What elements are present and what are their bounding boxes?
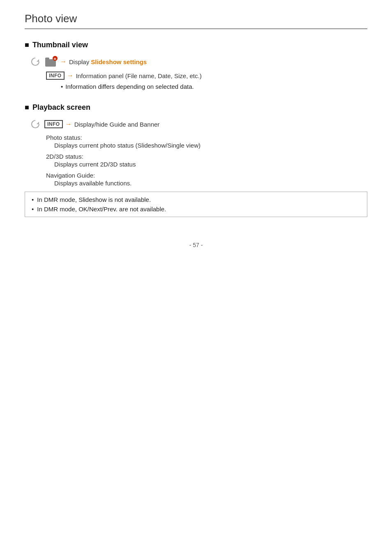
thumbnail-row1: R → Display Slideshow settings bbox=[29, 55, 367, 68]
svg-marker-5 bbox=[37, 122, 39, 124]
info-badge-2: INFO bbox=[44, 120, 63, 128]
info-panel-text: Information panel (File name, Date, Size… bbox=[76, 72, 202, 79]
svg-text:R: R bbox=[54, 57, 56, 61]
notice-bullet-1: • bbox=[32, 196, 34, 203]
notice-bullet-2: • bbox=[32, 206, 34, 213]
playback-row1: INFO → Display/hide Guide and Banner bbox=[29, 118, 367, 131]
notice-text-2: In DMR mode, OK/Next/Prev. are not avail… bbox=[37, 206, 166, 213]
page-number: - 57 - bbox=[25, 242, 367, 248]
bullet-dot-1: Information differs depending on selecte… bbox=[65, 83, 194, 90]
photo-status-label: Photo status: bbox=[46, 134, 367, 141]
notice-item-2: • In DMR mode, OK/Next/Prev. are not ava… bbox=[32, 206, 360, 213]
notice-item-1: • In DMR mode, Slideshow is not availabl… bbox=[32, 196, 360, 203]
thumbnail-bullet-item1: Information differs depending on selecte… bbox=[61, 83, 367, 90]
playback-section: Playback screen INFO → Display/hide Guid… bbox=[25, 103, 367, 217]
2d3d-status-label: 2D/3D status: bbox=[46, 153, 367, 160]
thumbnail-bullet1: Information differs depending on selecte… bbox=[61, 83, 367, 90]
playback-heading: Playback screen bbox=[25, 103, 367, 112]
nav-guide-value: Displays available functions. bbox=[54, 180, 367, 187]
notice-box: • In DMR mode, Slideshow is not availabl… bbox=[25, 192, 367, 217]
2d3d-status-value: Displays current 2D/3D status bbox=[54, 161, 367, 168]
thumbnail-section: Thumbnail view R → Display Slideshow bbox=[25, 41, 367, 90]
svg-rect-2 bbox=[45, 58, 49, 60]
camera-rotate-icon bbox=[29, 55, 42, 68]
notice-text-1: In DMR mode, Slideshow is not available. bbox=[37, 196, 151, 203]
info-badge-1: INFO bbox=[46, 72, 65, 80]
arrow-icon-2: → bbox=[67, 72, 74, 79]
thumbnail-heading: Thumbnail view bbox=[25, 41, 367, 49]
arrow-icon-1: → bbox=[60, 58, 67, 65]
folder-red-badge-icon: R bbox=[44, 55, 58, 68]
status-block: Photo status: Displays current photo sta… bbox=[46, 134, 367, 187]
arrow-icon-3: → bbox=[65, 120, 72, 128]
nav-guide-label: Navigation Guide: bbox=[46, 172, 367, 179]
page-title: Photo view bbox=[25, 12, 367, 29]
thumbnail-row2: INFO → Information panel (File name, Dat… bbox=[46, 72, 367, 80]
photo-status-value: Displays current photo status (Slideshow… bbox=[54, 142, 367, 149]
playback-guide-text: Display/hide Guide and Banner bbox=[74, 121, 160, 128]
display-label-1: Display Slideshow settings bbox=[69, 58, 147, 65]
camera-rotate-icon-2 bbox=[29, 118, 42, 131]
slideshow-settings-link[interactable]: Slideshow settings bbox=[91, 58, 147, 65]
svg-marker-0 bbox=[37, 59, 39, 62]
